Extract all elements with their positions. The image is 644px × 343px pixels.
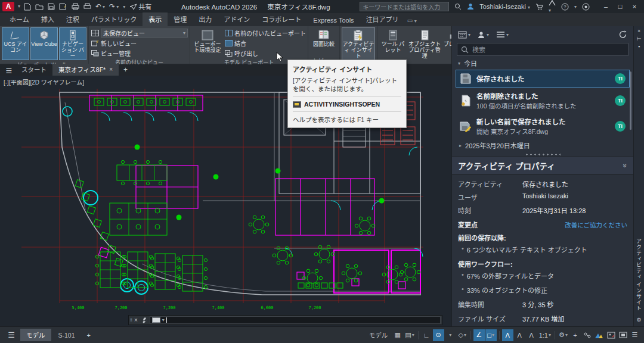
tab-annotate[interactable]: 注釈 [60,13,85,26]
restore-viewports-button[interactable]: 呼び出し [224,48,306,58]
command-line-close-icon[interactable]: × [134,317,138,323]
command-input[interactable]: ▾ [150,316,441,324]
tab-output[interactable]: 出力 [193,13,218,26]
today-section-header[interactable]: ▾ 今日 [452,57,633,69]
signed-in-user-menu[interactable]: Toshiaki-Isezaki ▾ [479,3,530,10]
recent-commands-icon[interactable] [152,317,160,323]
new-layout-button[interactable]: + [82,330,95,341]
isolate-objects-icon[interactable] [581,329,593,341]
annotation-monitor-toggle[interactable]: + [569,329,581,341]
named-viewports-button[interactable]: 名前の付いたビューポート [224,28,306,38]
isometric-drafting-toggle[interactable]: ◇▾ [457,329,468,341]
user-avatar[interactable]: TI [615,95,626,106]
command-line-drag-handle[interactable]: ⁞⁞ [130,317,132,323]
snap-mode-toggle[interactable]: ▤▾ [404,329,415,341]
annotation-scale-value[interactable]: 1:1▾ [538,329,552,341]
autocad-logo-icon[interactable]: A [2,2,14,11]
panel-scrollbar[interactable] [630,71,631,130]
feedback-link[interactable]: 改善にご協力ください [565,220,627,229]
annotation-visibility-toggle[interactable]: Λ [502,329,513,341]
grid-display-toggle[interactable]: ▦ [392,329,403,341]
navigation-bar-button[interactable]: ナビゲーション バー [59,27,86,60]
help-caret-icon[interactable]: ▾ [574,4,577,10]
tab-view[interactable]: 表示 [143,13,168,26]
new-drawing-tab-button[interactable]: + [119,64,132,76]
object-snap-toggle[interactable]: □▾ [485,329,497,341]
tab-insert[interactable]: 挿入 [35,13,60,26]
tab-home[interactable]: ホーム [4,13,35,26]
new-file-button[interactable] [24,3,31,11]
model-space-indicator[interactable]: モデル [366,330,392,339]
activity-item-purged[interactable]: 名前削除されました 100 個の項目が名前削除されました TI [456,88,630,113]
panel-splitter[interactable] [452,152,633,157]
palette-properties-icon[interactable]: ▪ [638,43,640,51]
save-as-button[interactable] [59,3,67,10]
activity-properties-header[interactable]: アクティビティ プロパティ » [452,157,633,174]
autoscale-toggle[interactable]: Λ [514,329,525,341]
minimize-button[interactable]: – [599,1,613,13]
collapse-properties-icon[interactable]: » [621,164,630,168]
join-viewports-button[interactable]: 結合 [224,38,306,48]
tab-manage[interactable]: 管理 [168,13,193,26]
model-tab[interactable]: モデル [20,329,51,341]
tool-palettes-button[interactable]: ツール パレット [379,27,407,60]
unsaved-view-dropdown[interactable]: 未保存のビュー▾ [91,28,188,38]
file-tabs-menu-icon[interactable]: ☰ [2,66,16,76]
notification-icon[interactable] [582,3,590,11]
activity-search-input[interactable]: 検索 [457,43,628,56]
ucs-icon-button[interactable]: UCS アイコン [2,27,29,60]
tab-featured-apps[interactable]: 注目アプリ [360,13,405,26]
date-filter-button[interactable]: ▾ [458,30,470,39]
properties-palette-button[interactable]: オブジェクト プロパティ管理 [408,27,441,60]
activity-item-saved[interactable]: 保存されました TI [456,70,630,88]
viewport-controls-label[interactable]: [-][平面図][2D ワイヤフレーム] [4,77,84,86]
user-filter-button[interactable]: ▾ [478,31,489,39]
ortho-mode-toggle[interactable]: ∟ [421,329,432,341]
drawing-compare-button[interactable]: 図面比較 [310,27,338,56]
close-button[interactable]: × [627,1,642,13]
save-button[interactable] [48,3,55,10]
search-icon[interactable] [454,3,462,10]
app-store-cart-icon[interactable] [535,4,543,10]
plot-button[interactable] [72,3,79,10]
auto-hide-pin-icon[interactable]: ⊢ [637,36,642,43]
layout-tabs-menu-icon[interactable]: ☰ [4,329,19,341]
palette-settings-gear-icon[interactable]: ⚙ [636,317,641,325]
tab-collaborate[interactable]: コラボレート [256,13,307,26]
close-palette-icon[interactable]: × [637,28,640,36]
tab-start[interactable]: スタート [16,64,52,76]
activity-insights-button[interactable]: アクティビティ インサイト [342,27,375,60]
help-search-input[interactable]: キーワードまたは語句を入力 [360,2,449,11]
undo-button[interactable]: ↶▾ [95,3,105,10]
new-view-button[interactable]: 新しいビュー [91,38,188,48]
share-button[interactable]: 共有 [129,2,151,11]
tab-addins[interactable]: アドイン [218,13,256,26]
user-avatar[interactable]: TI [615,121,626,132]
viewcube-button[interactable]: View Cube [30,27,58,60]
open-file-button[interactable] [35,3,44,10]
tab-express-tools[interactable]: Express Tools [307,15,360,26]
customization-menu-icon[interactable]: ☰ [629,329,640,341]
polar-tracking-toggle[interactable]: ⊙ [433,329,444,341]
user-avatar[interactable]: TI [615,73,626,84]
view-manager-button[interactable]: ビュー管理 [91,48,188,58]
event-filter-button[interactable]: ▾ [496,31,509,38]
autodesk-access-menu[interactable]: ▾ [549,0,556,13]
tab-parametric[interactable]: パラメトリック [85,13,143,26]
print-button[interactable] [83,3,91,10]
activity-item-saved-as[interactable]: 新しい名前で保存されました 開始 東京オフィス8F.dwg TI [456,114,630,139]
fullscreen-toggle-icon[interactable] [617,329,628,341]
collapsed-date-group[interactable]: ▸ 2025年3月20日木曜日 [452,139,633,152]
restore-button[interactable]: □ [613,1,627,13]
tab-document[interactable]: 東京オフィス8F* × [52,64,119,76]
clean-screen-image-icon[interactable] [605,329,617,341]
qat-customize-caret-icon[interactable]: ▾ [123,4,125,10]
close-document-tab-icon[interactable]: × [109,66,113,73]
refresh-button[interactable] [618,30,627,39]
redo-button[interactable]: ↷▾ [109,3,119,10]
ribbon-display-toggle[interactable]: ▭ ▾ [407,17,417,26]
layout-tab-s101[interactable]: S-101 [52,330,81,341]
help-icon[interactable]: ? [561,3,569,11]
command-line-bar[interactable]: ⁞⁞ × ▾ [128,315,442,325]
polar-tracking-caret[interactable]: ▾ [445,329,456,341]
